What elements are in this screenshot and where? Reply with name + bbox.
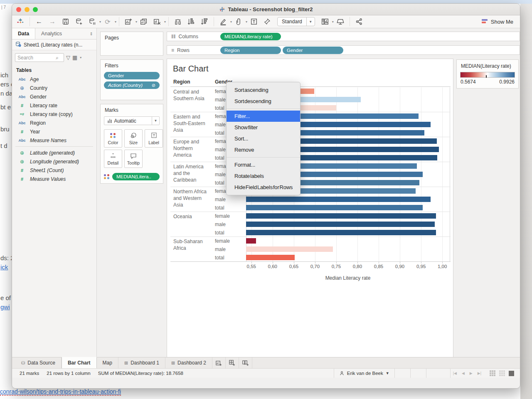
gender-label[interactable]: total [215, 129, 224, 137]
gender-label[interactable]: total [215, 179, 224, 187]
color-legend[interactable]: MEDIAN(Literacy rate) 0.5674 0.9926 [456, 59, 519, 89]
region-label[interactable]: Europe and Northern America [173, 138, 212, 158]
sheet-tab-map[interactable]: Map [97, 357, 118, 368]
field-latitude-generated-[interactable]: ⊕Latitude (generated) [12, 148, 96, 157]
color-button[interactable]: Color [104, 129, 122, 148]
filter-pill-action-country-[interactable]: Action (Country)⊘ [104, 81, 160, 89]
last-sheet-icon[interactable]: ▶| [475, 371, 484, 375]
fit-selector[interactable]: Standard ▼ [277, 17, 315, 26]
menu-item-sort-descending[interactable]: Sort descending [227, 96, 300, 107]
gender-label[interactable]: total [215, 154, 224, 162]
bar-male[interactable] [246, 222, 435, 227]
gender-label[interactable]: female [215, 237, 230, 245]
background-fragment[interactable]: ick [0, 264, 8, 271]
field-country[interactable]: ⊕Country [12, 84, 96, 92]
field-year[interactable]: #Year [12, 127, 96, 136]
view-options-icon[interactable]: ▦ [72, 54, 77, 61]
size-button[interactable]: Size [124, 129, 143, 148]
new-dashboard-tab-button[interactable] [226, 357, 239, 368]
sheet-tab-bar-chart[interactable]: Bar Chart [62, 357, 97, 368]
user-menu[interactable]: Erik van de Beek ▼ [334, 369, 395, 378]
columns-shelf[interactable]: ⦀⦀ Columns MEDIAN(Literacy rate) [167, 32, 520, 41]
show-hide-cards-button[interactable] [320, 17, 330, 27]
field-region[interactable]: AbcRegion [12, 118, 96, 127]
show-me-button[interactable]: Show Me [482, 19, 513, 25]
rows-pill-region[interactable]: Region [220, 47, 281, 54]
tooltip-button[interactable]: Tooltip [124, 150, 143, 168]
region-label[interactable]: Latin America and the Caribbean [173, 163, 212, 183]
sheet-tab-dashboard-1[interactable]: ⊞Dashboard 1 [118, 357, 165, 368]
bar-male[interactable] [246, 197, 431, 202]
tab-data[interactable]: Data [12, 28, 35, 39]
bar-female[interactable] [246, 213, 436, 219]
gender-label[interactable]: male [215, 195, 226, 204]
menu-item-format-[interactable]: Format... [227, 159, 300, 170]
zoom-window-button[interactable] [33, 7, 38, 12]
new-story-tab-button[interactable] [239, 357, 252, 368]
show-tabs-icon[interactable] [509, 371, 514, 376]
menu-item-hide-field-labels-for-rows[interactable]: Hide Field Labels for Rows [227, 182, 300, 193]
datasource-row[interactable]: Sheet1 (Literacy rates (n... [12, 39, 96, 50]
duplicate-sheet-button[interactable] [139, 17, 149, 27]
gender-label[interactable]: male [215, 170, 226, 179]
gender-label[interactable]: total [215, 229, 224, 237]
presentation-mode-button[interactable] [335, 17, 345, 27]
mark-type-caret-icon[interactable]: ▼ [152, 117, 159, 125]
field-gender[interactable]: AbcGender [12, 92, 96, 101]
region-label[interactable]: Eastern and South-Eastern Asia [173, 113, 212, 133]
highlight-caret-icon[interactable]: ▾ [230, 20, 232, 24]
tab-analytics[interactable]: Analytics [35, 28, 68, 39]
auto-updates-caret-icon[interactable]: ▾ [115, 20, 116, 24]
columns-pill-median-literacy-rate-[interactable]: MEDIAN(Literacy rate) [220, 33, 281, 40]
menu-item-filter-[interactable]: Filter... [227, 111, 300, 122]
new-data-source-button[interactable] [74, 17, 84, 27]
view-options-caret-icon[interactable]: ▾ [80, 56, 81, 59]
gender-label[interactable]: female [215, 212, 230, 220]
mark-type-dropdown[interactable]: Automatic ▼ [104, 116, 160, 125]
gender-label[interactable]: total [215, 104, 224, 112]
sheet-tab-data-source[interactable]: ⛁Data Source [15, 357, 62, 368]
bar-total[interactable] [246, 255, 295, 260]
menu-item-sort-[interactable]: Sort... [227, 133, 300, 144]
field-measure-names[interactable]: AbcMeasure Names [12, 136, 96, 145]
menu-item-remove[interactable]: Remove [227, 144, 300, 155]
show-sheet-sorter-icon[interactable] [490, 370, 495, 376]
gender-label[interactable]: male [215, 96, 226, 104]
share-button[interactable] [354, 17, 364, 27]
previous-sheet-icon[interactable]: ◀ [459, 371, 467, 375]
bar-male[interactable] [246, 246, 333, 252]
minimize-window-button[interactable] [25, 7, 30, 12]
redo-button[interactable]: → [47, 17, 57, 27]
sort-ascending-button[interactable] [186, 17, 196, 27]
swap-rows-columns-button[interactable] [173, 17, 183, 27]
x-axis-title[interactable]: Median Literacy rate [246, 275, 450, 281]
clear-sheet-caret-icon[interactable]: ▾ [164, 20, 166, 24]
group-members-caret-icon[interactable]: ▾ [246, 20, 247, 24]
x-axis[interactable]: 0,550,600,650,700,750,800,850,900,951,00 [170, 262, 451, 269]
menu-item-sort-ascending[interactable]: Sort ascending [227, 84, 300, 96]
field-age[interactable]: AbcAge [12, 75, 96, 84]
clear-sheet-button[interactable] [152, 17, 162, 27]
save-button[interactable] [61, 17, 71, 27]
highlight-button[interactable] [218, 17, 228, 27]
new-worksheet-tab-button[interactable] [212, 357, 226, 368]
bar-total[interactable] [246, 230, 436, 235]
undo-button[interactable]: ← [34, 17, 44, 27]
search-input[interactable] [17, 55, 56, 61]
sheet-tab-dashboard-2[interactable]: ⊞Dashboard 2 [165, 357, 212, 368]
label-button[interactable]: Label [145, 129, 163, 148]
pause-auto-updates-button[interactable] [87, 17, 97, 27]
show-cards-caret-icon[interactable]: ▾ [332, 20, 334, 24]
rows-shelf[interactable]: ≡ Rows RegionGender [167, 45, 520, 55]
search-box[interactable]: ⌕ [15, 53, 64, 62]
field-literacy-rate[interactable]: #Literacy rate [12, 101, 96, 110]
first-sheet-icon[interactable]: |◀ [451, 371, 459, 375]
gender-label[interactable]: male [215, 220, 226, 229]
close-window-button[interactable] [16, 7, 21, 12]
field-sheet1-count-[interactable]: #Sheet1 (Count) [12, 166, 96, 175]
menu-item-rotate-labels[interactable]: Rotate labels [227, 170, 300, 182]
group-members-button[interactable] [234, 17, 244, 27]
field-measure-values[interactable]: #Measure Values [12, 175, 96, 183]
encoding-row[interactable]: MEDIAN(Litera.. [101, 170, 163, 183]
show-filmstrip-icon[interactable] [499, 370, 505, 376]
